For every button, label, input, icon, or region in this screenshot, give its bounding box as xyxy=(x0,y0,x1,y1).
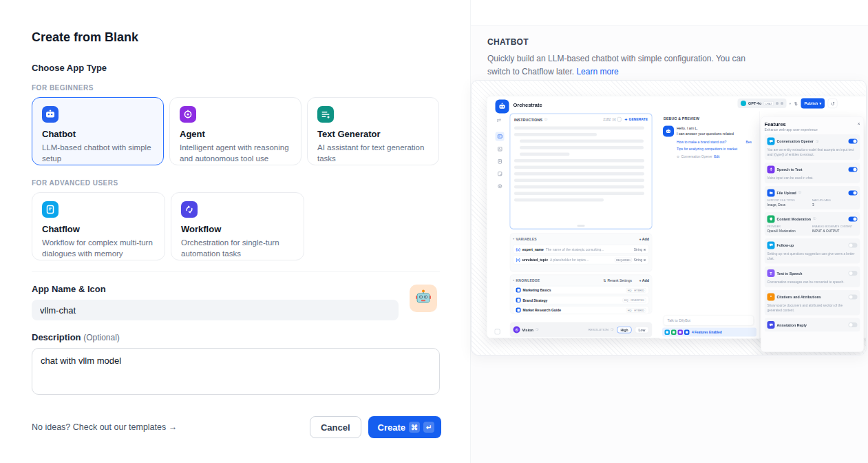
description-label-row: Description (Optional) xyxy=(32,332,440,342)
beginner-cards-row: Chatbot LLM-based chatbot with simple se… xyxy=(32,97,440,165)
app-type-card-chatbot[interactable]: Chatbot LLM-based chatbot with simple se… xyxy=(32,97,164,165)
rerank-icon: ⇅ xyxy=(603,278,606,282)
suggested-question: Tips for analyzing competitors in market xyxy=(677,147,737,151)
variable-icon: {x} xyxy=(516,247,520,251)
publish-button: Publish ▾ xyxy=(801,99,825,109)
index-mode-badge: HQ · INVERTED xyxy=(622,298,646,302)
card-title: Chatflow xyxy=(42,224,155,234)
close-icon: × xyxy=(858,121,860,127)
text-to-speech-icon: T xyxy=(768,269,775,277)
app-type-card-text-generator[interactable]: Text Generator AI assistant for text gen… xyxy=(307,97,439,165)
app-name-row xyxy=(32,300,399,320)
feature-item-text-to-speech: T Text to Speech Conversation messages c… xyxy=(765,267,860,287)
document-icon xyxy=(516,308,521,313)
app-type-card-workflow[interactable]: Workflow Orchestration for single-turn a… xyxy=(171,192,304,260)
knowledge-row: Market Research Guide HQ · HYBRID xyxy=(513,306,649,314)
card-desc: AI assistant for text generation tasks xyxy=(317,143,429,164)
card-title: Workflow xyxy=(181,224,294,234)
modal-title: Create from Blank xyxy=(32,30,440,45)
chevron-down-icon: ▾ xyxy=(819,101,821,106)
modal-footer: No ideas? Check out our templates → Canc… xyxy=(32,416,441,438)
compare-icon: ⇅ xyxy=(794,101,798,106)
edit-link: Edit xyxy=(714,154,719,158)
skeleton-line xyxy=(520,146,644,150)
microphone-icon xyxy=(768,165,775,173)
card-title: Text Generator xyxy=(317,129,429,139)
document-icon xyxy=(516,288,521,293)
generate-button: GENERATE xyxy=(624,118,648,122)
app-type-preview-panel: CHATBOT Quickly build an LLM-based chatb… xyxy=(470,0,868,463)
info-icon: ⓘ xyxy=(813,217,816,222)
preview-heading: CHATBOT xyxy=(487,37,851,47)
skeleton-line xyxy=(520,140,644,143)
mock-instructions-panel: INSTRUCTIONS ⓘ 2182 [x] GENERATE xyxy=(510,114,653,229)
model-provider-icon xyxy=(741,101,746,106)
app-type-card-chatflow[interactable]: Chatflow Workflow for complex multi-turn… xyxy=(32,192,165,260)
workflow-icon xyxy=(181,201,198,218)
variable-row: {x} unrelated_topic A placeholder for to… xyxy=(513,256,649,265)
settings-nav-icon xyxy=(496,182,505,191)
conversation-opener-mini-icon xyxy=(665,329,670,335)
toggle-on xyxy=(849,167,858,172)
info-icon: ⓘ xyxy=(798,191,802,196)
chevron-down-icon: ▾ xyxy=(513,278,514,282)
mock-app-icon xyxy=(496,100,509,114)
feature-item-citations: “ Citations and Attributions Show source… xyxy=(765,290,860,316)
toggle-on xyxy=(849,139,858,144)
mock-nav-rail xyxy=(496,132,505,191)
opener-icon: ⊙ xyxy=(677,154,679,158)
frame-icon xyxy=(495,329,500,335)
follow-up-icon xyxy=(768,241,775,249)
skeleton-line xyxy=(514,133,597,136)
chatbot-preview-image: ⇄ Orchestrate GPT-4o CHAT xyxy=(471,80,867,356)
chevron-down-icon: ▾ xyxy=(513,237,514,240)
feature-item-file-upload: File Upload ⓘ SUPPORT FILE TYPES Image, … xyxy=(765,186,860,209)
app-type-card-agent[interactable]: Agent Intelligent agent with reasoning a… xyxy=(169,97,301,165)
skeleton-line xyxy=(514,185,644,189)
description-textarea[interactable]: chat with vllm model xyxy=(32,348,440,395)
mock-knowledge-panel: ▾ KNOWLEDGE ⇅ Rerank Settings + Add Mark… xyxy=(510,275,653,314)
feature-item-follow-up: Follow-up Setting up next questions sugg… xyxy=(765,238,860,264)
mock-features-card: Features × Enhance web-app user experien… xyxy=(761,116,864,352)
skeleton-line xyxy=(514,166,644,169)
for-advanced-users-label: FOR ADVANCED USERS xyxy=(32,179,440,187)
index-mode-badge: HQ · HYBRID xyxy=(626,288,646,293)
skeleton-line xyxy=(520,153,570,156)
description-label: Description xyxy=(32,332,81,342)
preview-description: Quickly build an LLM-based chatbot with … xyxy=(487,52,759,78)
templates-link[interactable]: No ideas? Check out our templates → xyxy=(32,422,177,432)
create-button[interactable]: Create ⌘ ↵ xyxy=(368,416,441,438)
card-title: Chatbot xyxy=(42,129,154,139)
toggle-off xyxy=(849,294,858,299)
enter-key-icon: ↵ xyxy=(423,422,434,433)
card-desc: LLM-based chatbot with simple setup xyxy=(42,143,154,164)
docs-nav-icon xyxy=(496,157,505,166)
conversation-opener-icon xyxy=(768,138,775,145)
skeleton-line xyxy=(514,159,644,163)
file-upload-mini-icon xyxy=(684,329,690,335)
mock-switch-icon: ⇄ xyxy=(497,117,501,123)
info-icon: ⓘ xyxy=(611,327,614,332)
features-enabled-bar: 4 Features Enabled xyxy=(662,328,756,337)
section-divider xyxy=(32,271,440,272)
logs-nav-icon xyxy=(496,145,505,154)
app-name-input[interactable] xyxy=(32,300,399,320)
cancel-button[interactable]: Cancel xyxy=(310,416,361,438)
annotation-reply-icon xyxy=(768,321,775,329)
mock-page-title: Orchestrate xyxy=(514,102,542,108)
variable-icon: {x} xyxy=(516,258,520,262)
app-icon-picker[interactable] xyxy=(410,285,437,312)
info-icon: ⓘ xyxy=(536,327,539,332)
toggle-off xyxy=(849,322,858,327)
resolution-high-option: High xyxy=(617,327,631,333)
info-icon: ⓘ xyxy=(816,139,819,144)
chevron-down-icon: ▾ xyxy=(790,102,791,105)
content-moderation-mini-icon xyxy=(671,329,677,335)
skeleton-line xyxy=(514,179,644,183)
learn-more-link[interactable]: Learn more xyxy=(576,67,618,76)
mock-variables-panel: ▾ VARIABLES + Add {x} expert_name The na… xyxy=(510,234,653,272)
model-param-icon xyxy=(776,102,779,105)
required-badge: REQUIRED xyxy=(615,258,632,263)
feature-item-conversation-opener: Conversation Opener ⓘ You are an entity … xyxy=(765,134,860,160)
card-desc: Workflow for complex multi-turn dialogue… xyxy=(42,238,155,259)
